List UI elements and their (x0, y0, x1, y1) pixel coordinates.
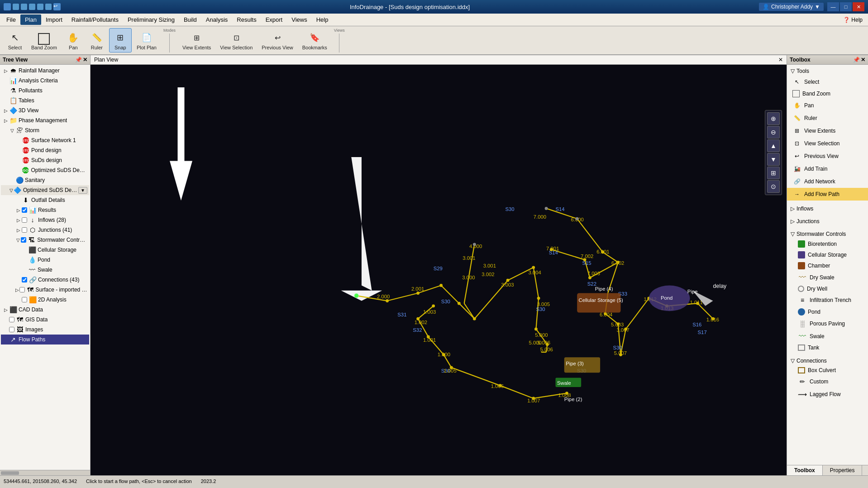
ribbon-ruler[interactable]: 📏 Ruler (86, 28, 108, 53)
menu-plan[interactable]: Plan (20, 14, 41, 25)
toolbox-band-zoom[interactable]: Band Zoom (787, 88, 868, 99)
tree-item-connections-tree[interactable]: 🔗 Connections (43) (1, 275, 89, 285)
expander-storm[interactable]: ▽ (9, 128, 15, 133)
toolbox-close-icon[interactable]: ✕ (861, 57, 865, 63)
results-checkbox[interactable] (22, 207, 27, 213)
menu-export[interactable]: Export (261, 14, 287, 25)
minimize-button[interactable]: — (827, 2, 839, 11)
menu-results[interactable]: Results (232, 14, 261, 25)
ribbon-plot-plan[interactable]: 📄 Plot Plan (133, 28, 161, 53)
tree-pin-icon[interactable]: 📌 (75, 57, 82, 63)
mini-pan-up[interactable]: ▲ (767, 139, 780, 152)
menu-file[interactable]: File (2, 14, 20, 25)
toolbox-add-network[interactable]: 🔗 Add Network (787, 175, 868, 188)
toolbox-dry-well[interactable]: Dry Well (787, 284, 868, 294)
toolbox-bioretention[interactable]: Bioretention (787, 239, 868, 249)
toolbox-previous-view[interactable]: ↩ Previous View (787, 150, 868, 163)
toolbox-infiltration-trench[interactable]: ≡ Infiltration Trench (787, 294, 868, 306)
connections-checkbox[interactable] (22, 277, 27, 282)
toolbox-pin-icon[interactable]: 📌 (853, 57, 860, 63)
tree-item-stormcontrols[interactable]: ▽ 🏗 Stormwater Controls (3) (1, 235, 89, 245)
tree-item-cellular[interactable]: ⬛ Cellular Storage (1, 245, 89, 255)
menu-views[interactable]: Views (287, 14, 311, 25)
mini-target[interactable]: ⊙ (767, 180, 780, 193)
tree-item-optimizedsuds[interactable]: GO Optimized SuDS Design (1, 165, 89, 175)
toolbox-tab-properties[interactable]: Properties (823, 465, 863, 475)
maximize-button[interactable]: □ (840, 2, 852, 11)
tree-item-images[interactable]: 🖼 Images (1, 325, 89, 335)
expander-junctions[interactable]: ▷ (15, 228, 22, 233)
toolbox-add-flow-path[interactable]: → Add Flow Path (787, 188, 868, 201)
toolbox-porous-paving[interactable]: ░ Porous Paving (787, 317, 868, 330)
toolbox-tab-toolbox[interactable]: Toolbox (787, 465, 823, 475)
menu-analysis[interactable]: Analysis (201, 14, 232, 25)
tree-item-phasemgmt[interactable]: ▷ 📁 Phase Management (1, 115, 89, 125)
tree-item-pond-tree[interactable]: 💧 Pond (1, 255, 89, 265)
tree-item-storm[interactable]: ▽ ⛈ Storm (1, 125, 89, 135)
mini-zoom-in[interactable]: ⊕ (767, 112, 780, 125)
expander-results[interactable]: ▷ (15, 208, 22, 213)
toolbox-chamber[interactable]: Chamber (787, 260, 868, 271)
menu-rainfall[interactable]: Rainfall/Pollutants (67, 14, 123, 25)
menu-build[interactable]: Build (179, 14, 201, 25)
toolbox-pond[interactable]: Pond (787, 306, 868, 317)
inflows-checkbox[interactable] (22, 217, 27, 223)
stormcontrols-checkbox[interactable] (21, 237, 26, 243)
toolbox-pan[interactable]: ✋ Pan (787, 99, 868, 112)
toolbox-tools-header[interactable]: ▽ Tools (787, 67, 868, 76)
toolbox-view-selection[interactable]: ⊡ View Selection (787, 137, 868, 150)
tree-item-junctions[interactable]: ▷ ⬡ Junctions (41) (1, 225, 89, 235)
toolbox-box-culvert[interactable]: Box Culvert (787, 365, 868, 375)
expander-network[interactable]: ▽ (9, 188, 14, 193)
tree-item-inflows[interactable]: ▷ ↓ Inflows (28) (1, 215, 89, 225)
close-button[interactable]: ✕ (853, 2, 864, 11)
toolbox-stormwater-header[interactable]: ▽ Stormwater Controls (787, 230, 868, 239)
expander-3dview[interactable]: ▷ (3, 108, 9, 113)
tree-item-rainfall[interactable]: ▷ 🌧 Rainfall Manager (1, 66, 89, 76)
tree-item-2danalysis[interactable]: 🟧 2D Analysis (1, 295, 89, 305)
toolbox-tank[interactable]: Tank (787, 343, 868, 353)
tree-item-surface[interactable]: ▷ 🗺 Surface - imported surface trimmed (1, 285, 89, 295)
mini-overview[interactable]: ⊞ (767, 167, 780, 179)
tree-item-surfacenet1[interactable]: STO Surface Network 1 (1, 135, 89, 145)
tree-item-caddata[interactable]: ▷ ⬛ CAD Data (1, 305, 89, 315)
toolbox-inflows-header[interactable]: ▷ Inflows (787, 204, 868, 213)
menu-import[interactable]: Import (41, 14, 67, 25)
toolbox-custom[interactable]: ✏ Custom (787, 375, 868, 388)
2danalysis-checkbox[interactable] (22, 297, 27, 302)
tree-scrollbar[interactable] (0, 470, 90, 475)
junctions-checkbox[interactable] (22, 227, 27, 233)
tree-close-icon[interactable]: ✕ (83, 57, 87, 63)
help-link[interactable]: ❓ Help (839, 17, 866, 23)
tree-item-swale-tree[interactable]: 〰 Swale (1, 265, 89, 275)
expander-rainfall[interactable]: ▷ (3, 68, 9, 73)
network-dropdown-btn[interactable]: ▼ (78, 187, 87, 194)
ribbon-band-zoom[interactable]: Band Zoom (27, 31, 61, 53)
tree-item-flowpaths[interactable]: ↗ Flow Paths (1, 335, 89, 344)
expander-inflows[interactable]: ▷ (15, 218, 22, 223)
tree-item-network-dropdown[interactable]: ▽ 🔷 Optimized SuDS Design (Storm) ▼ (1, 185, 89, 195)
tree-item-gisdata[interactable]: 🗺 GIS Data (1, 315, 89, 325)
gisdata-checkbox[interactable] (9, 317, 14, 322)
tree-item-ponddesign[interactable]: STO Pond design (1, 145, 89, 155)
tree-item-sanitary[interactable]: 🔵 Sanitary (1, 175, 89, 185)
toolbox-cellular-storage[interactable]: Cellular Storage (787, 249, 868, 260)
tree-item-3dview[interactable]: ▷ 🔷 3D View (1, 105, 89, 115)
expander-phasemgmt[interactable]: ▷ (3, 118, 9, 123)
toolbox-swale[interactable]: 〰 Swale (787, 330, 868, 343)
surface-checkbox[interactable] (19, 287, 25, 292)
undo-icon[interactable]: ↩ (53, 3, 61, 10)
expander-stormcontrols[interactable]: ▽ (15, 238, 21, 243)
tree-item-analysis[interactable]: 📊 Analysis Criteria (1, 76, 89, 86)
menu-prelim[interactable]: Preliminary Sizing (123, 14, 179, 25)
menu-help[interactable]: Help (312, 14, 333, 25)
scrollbar-thumb[interactable] (1, 471, 19, 475)
toolbox-add-train[interactable]: 🚂 Add Train (787, 163, 868, 175)
ribbon-select[interactable]: ↖ Select (4, 28, 26, 53)
expander-caddata[interactable]: ▷ (3, 307, 9, 312)
tree-item-pollutants[interactable]: ⚗ Pollutants (1, 86, 89, 96)
expander-surface[interactable]: ▷ (15, 287, 19, 292)
toolbox-connections-header[interactable]: ▽ Connections (787, 356, 868, 365)
ribbon-bookmarks[interactable]: 🔖 Bookmarks (298, 28, 331, 53)
toolbox-ruler[interactable]: 📏 Ruler (787, 112, 868, 124)
